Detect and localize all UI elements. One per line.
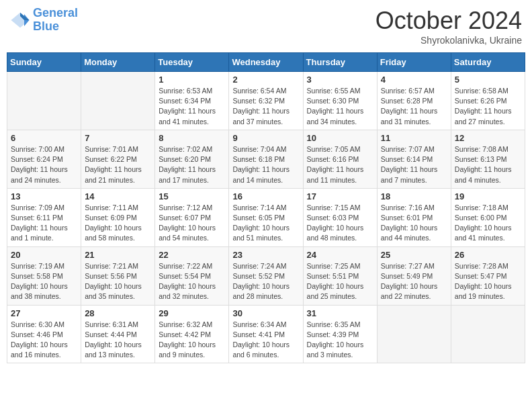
day-number: 30 bbox=[232, 308, 299, 318]
day-info: Sunrise: 6:31 AMSunset: 4:44 PMDaylight:… bbox=[85, 320, 151, 361]
calendar-week-row: 1Sunrise: 6:53 AMSunset: 6:34 PMDaylight… bbox=[7, 72, 525, 130]
day-of-week-header: Tuesday bbox=[155, 53, 229, 72]
calendar-cell: 21Sunrise: 7:21 AMSunset: 5:56 PMDayligh… bbox=[81, 246, 155, 305]
logo: General Blue bbox=[10, 7, 78, 34]
calendar-cell: 27Sunrise: 6:30 AMSunset: 4:46 PMDayligh… bbox=[7, 305, 81, 363]
day-info: Sunrise: 6:53 AMSunset: 6:34 PMDaylight:… bbox=[159, 86, 225, 127]
day-number: 17 bbox=[307, 191, 373, 201]
day-info: Sunrise: 7:24 AMSunset: 5:52 PMDaylight:… bbox=[232, 261, 299, 302]
day-info: Sunrise: 7:18 AMSunset: 6:00 PMDaylight:… bbox=[455, 203, 521, 244]
calendar-cell: 15Sunrise: 7:12 AMSunset: 6:07 PMDayligh… bbox=[155, 188, 229, 246]
day-info: Sunrise: 6:32 AMSunset: 4:42 PMDaylight:… bbox=[159, 320, 225, 361]
day-number: 6 bbox=[11, 133, 77, 143]
logo-line1: General bbox=[33, 6, 78, 19]
calendar-cell bbox=[7, 72, 81, 130]
calendar-cell: 1Sunrise: 6:53 AMSunset: 6:34 PMDaylight… bbox=[155, 72, 229, 130]
day-info: Sunrise: 7:09 AMSunset: 6:11 PMDaylight:… bbox=[11, 203, 77, 244]
day-number: 24 bbox=[307, 250, 373, 260]
day-number: 19 bbox=[455, 191, 521, 201]
day-info: Sunrise: 7:02 AMSunset: 6:20 PMDaylight:… bbox=[159, 144, 225, 185]
day-number: 31 bbox=[307, 308, 373, 318]
calendar-cell: 31Sunrise: 6:35 AMSunset: 4:39 PMDayligh… bbox=[303, 305, 377, 363]
calendar-cell: 14Sunrise: 7:11 AMSunset: 6:09 PMDayligh… bbox=[81, 188, 155, 246]
day-number: 2 bbox=[232, 75, 299, 85]
calendar-cell: 9Sunrise: 7:04 AMSunset: 6:18 PMDaylight… bbox=[229, 130, 303, 188]
day-number: 14 bbox=[85, 191, 151, 201]
day-info: Sunrise: 7:19 AMSunset: 5:58 PMDaylight:… bbox=[11, 261, 77, 302]
day-number: 10 bbox=[307, 133, 373, 143]
calendar-cell: 2Sunrise: 6:54 AMSunset: 6:32 PMDaylight… bbox=[229, 72, 303, 130]
calendar-week-row: 20Sunrise: 7:19 AMSunset: 5:58 PMDayligh… bbox=[7, 246, 525, 305]
calendar-cell: 19Sunrise: 7:18 AMSunset: 6:00 PMDayligh… bbox=[451, 188, 525, 246]
day-number: 3 bbox=[307, 75, 373, 85]
day-info: Sunrise: 7:25 AMSunset: 5:51 PMDaylight:… bbox=[307, 261, 373, 302]
day-info: Sunrise: 6:54 AMSunset: 6:32 PMDaylight:… bbox=[232, 86, 299, 127]
day-info: Sunrise: 7:07 AMSunset: 6:14 PMDaylight:… bbox=[381, 144, 447, 185]
logo-line2: Blue bbox=[33, 19, 59, 33]
day-info: Sunrise: 6:57 AMSunset: 6:28 PMDaylight:… bbox=[381, 86, 447, 127]
calendar-cell: 24Sunrise: 7:25 AMSunset: 5:51 PMDayligh… bbox=[303, 246, 377, 305]
page-header: General Blue October 2024 Shyrokolanivka… bbox=[7, 7, 525, 46]
day-of-week-header: Saturday bbox=[451, 53, 525, 72]
day-number: 4 bbox=[381, 75, 447, 85]
calendar-cell: 6Sunrise: 7:00 AMSunset: 6:24 PMDaylight… bbox=[7, 130, 81, 188]
day-number: 5 bbox=[455, 75, 521, 85]
day-info: Sunrise: 6:58 AMSunset: 6:26 PMDaylight:… bbox=[455, 86, 521, 127]
day-info: Sunrise: 7:00 AMSunset: 6:24 PMDaylight:… bbox=[11, 144, 77, 185]
day-info: Sunrise: 7:11 AMSunset: 6:09 PMDaylight:… bbox=[85, 203, 151, 244]
calendar-cell: 26Sunrise: 7:28 AMSunset: 5:47 PMDayligh… bbox=[451, 246, 525, 305]
day-of-week-header: Thursday bbox=[303, 53, 377, 72]
calendar-cell: 4Sunrise: 6:57 AMSunset: 6:28 PMDaylight… bbox=[377, 72, 451, 130]
calendar-header-row: SundayMondayTuesdayWednesdayThursdayFrid… bbox=[7, 53, 525, 72]
calendar-cell bbox=[81, 72, 155, 130]
day-number: 23 bbox=[232, 250, 299, 260]
calendar-cell: 13Sunrise: 7:09 AMSunset: 6:11 PMDayligh… bbox=[7, 188, 81, 246]
location-subtitle: Shyrokolanivka, Ukraine bbox=[375, 35, 522, 46]
day-info: Sunrise: 7:15 AMSunset: 6:03 PMDaylight:… bbox=[307, 203, 373, 244]
calendar-cell: 23Sunrise: 7:24 AMSunset: 5:52 PMDayligh… bbox=[229, 246, 303, 305]
day-info: Sunrise: 7:12 AMSunset: 6:07 PMDaylight:… bbox=[159, 203, 225, 244]
calendar-cell: 29Sunrise: 6:32 AMSunset: 4:42 PMDayligh… bbox=[155, 305, 229, 363]
day-of-week-header: Monday bbox=[81, 53, 155, 72]
day-number: 20 bbox=[11, 250, 77, 260]
calendar-cell: 25Sunrise: 7:27 AMSunset: 5:49 PMDayligh… bbox=[377, 246, 451, 305]
day-number: 13 bbox=[11, 191, 77, 201]
day-number: 11 bbox=[381, 133, 447, 143]
day-info: Sunrise: 6:55 AMSunset: 6:30 PMDaylight:… bbox=[307, 86, 373, 127]
calendar-cell: 18Sunrise: 7:16 AMSunset: 6:01 PMDayligh… bbox=[377, 188, 451, 246]
day-info: Sunrise: 7:21 AMSunset: 5:56 PMDaylight:… bbox=[85, 261, 151, 302]
calendar-cell bbox=[377, 305, 451, 363]
calendar-cell: 16Sunrise: 7:14 AMSunset: 6:05 PMDayligh… bbox=[229, 188, 303, 246]
day-info: Sunrise: 7:05 AMSunset: 6:16 PMDaylight:… bbox=[307, 144, 373, 185]
day-number: 16 bbox=[232, 191, 299, 201]
day-number: 1 bbox=[159, 75, 225, 85]
title-block: October 2024 Shyrokolanivka, Ukraine bbox=[375, 7, 522, 46]
calendar-cell: 10Sunrise: 7:05 AMSunset: 6:16 PMDayligh… bbox=[303, 130, 377, 188]
day-info: Sunrise: 7:16 AMSunset: 6:01 PMDaylight:… bbox=[381, 203, 447, 244]
calendar-cell: 28Sunrise: 6:31 AMSunset: 4:44 PMDayligh… bbox=[81, 305, 155, 363]
day-info: Sunrise: 6:35 AMSunset: 4:39 PMDaylight:… bbox=[307, 320, 373, 361]
day-info: Sunrise: 7:08 AMSunset: 6:13 PMDaylight:… bbox=[455, 144, 521, 185]
month-title: October 2024 bbox=[375, 7, 522, 35]
calendar-week-row: 13Sunrise: 7:09 AMSunset: 6:11 PMDayligh… bbox=[7, 188, 525, 246]
calendar-cell: 17Sunrise: 7:15 AMSunset: 6:03 PMDayligh… bbox=[303, 188, 377, 246]
day-info: Sunrise: 7:22 AMSunset: 5:54 PMDaylight:… bbox=[159, 261, 225, 302]
day-info: Sunrise: 7:28 AMSunset: 5:47 PMDaylight:… bbox=[455, 261, 521, 302]
calendar-cell: 7Sunrise: 7:01 AMSunset: 6:22 PMDaylight… bbox=[81, 130, 155, 188]
day-number: 25 bbox=[381, 250, 447, 260]
calendar-cell: 3Sunrise: 6:55 AMSunset: 6:30 PMDaylight… bbox=[303, 72, 377, 130]
calendar-cell: 11Sunrise: 7:07 AMSunset: 6:14 PMDayligh… bbox=[377, 130, 451, 188]
calendar-cell: 5Sunrise: 6:58 AMSunset: 6:26 PMDaylight… bbox=[451, 72, 525, 130]
logo-icon bbox=[10, 10, 30, 30]
day-number: 15 bbox=[159, 191, 225, 201]
day-number: 9 bbox=[232, 133, 299, 143]
day-number: 8 bbox=[159, 133, 225, 143]
calendar-cell bbox=[451, 305, 525, 363]
day-number: 21 bbox=[85, 250, 151, 260]
day-info: Sunrise: 7:14 AMSunset: 6:05 PMDaylight:… bbox=[232, 203, 299, 244]
day-info: Sunrise: 7:01 AMSunset: 6:22 PMDaylight:… bbox=[85, 144, 151, 185]
calendar-week-row: 6Sunrise: 7:00 AMSunset: 6:24 PMDaylight… bbox=[7, 130, 525, 188]
day-number: 27 bbox=[11, 308, 77, 318]
day-number: 28 bbox=[85, 308, 151, 318]
calendar-cell: 12Sunrise: 7:08 AMSunset: 6:13 PMDayligh… bbox=[451, 130, 525, 188]
